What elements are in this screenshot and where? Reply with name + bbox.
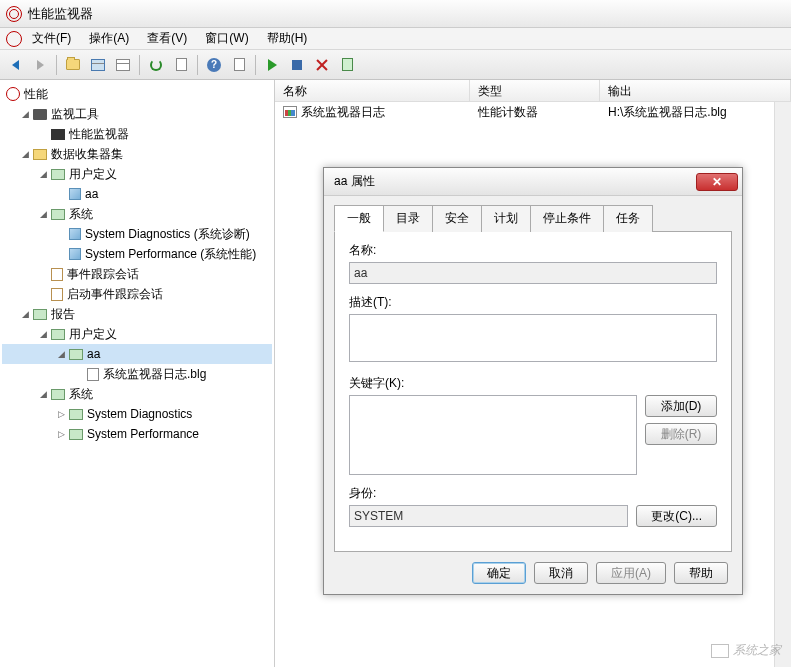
refresh-icon [150, 59, 162, 71]
name-label: 名称: [349, 242, 717, 259]
field-name: 名称: aa [349, 242, 717, 284]
menu-file[interactable]: 文件(F) [24, 28, 79, 49]
vertical-scrollbar[interactable] [774, 102, 791, 667]
window-titlebar: 性能监视器 [0, 0, 791, 28]
back-button[interactable] [4, 54, 26, 76]
tree-aa[interactable]: aa [2, 184, 272, 204]
help-button[interactable]: 帮助 [674, 562, 728, 584]
stop-button[interactable] [286, 54, 308, 76]
collapse-icon[interactable]: ◢ [38, 209, 49, 220]
id-value: SYSTEM [349, 505, 628, 527]
house-icon [711, 644, 729, 658]
tree-startup-sessions[interactable]: 启动事件跟踪会话 [2, 284, 272, 304]
root-icon [6, 87, 20, 101]
tab-general[interactable]: 一般 [334, 205, 384, 232]
col-name[interactable]: 名称 [275, 80, 470, 101]
collapse-icon[interactable]: ◢ [56, 349, 67, 360]
tree-aa2[interactable]: ◢aa [2, 344, 272, 364]
menu-action[interactable]: 操作(A) [81, 28, 137, 49]
col-output[interactable]: 输出 [600, 80, 791, 101]
up-button[interactable] [62, 54, 84, 76]
tab-dir[interactable]: 目录 [383, 205, 433, 232]
collapse-icon[interactable]: ◢ [20, 109, 31, 120]
menu-view[interactable]: 查看(V) [139, 28, 195, 49]
folder-up-icon [66, 59, 80, 70]
menu-window[interactable]: 窗口(W) [197, 28, 256, 49]
perf-icon [51, 129, 65, 140]
separator [139, 55, 140, 75]
pane-button[interactable] [87, 54, 109, 76]
menu-help[interactable]: 帮助(H) [259, 28, 316, 49]
delete-button[interactable]: 删除(R) [645, 423, 717, 445]
kw-label: 关键字(K): [349, 375, 717, 392]
props-button[interactable] [228, 54, 250, 76]
change-button[interactable]: 更改(C)... [636, 505, 717, 527]
tree-log-file[interactable]: 系统监视器日志.blg [2, 364, 272, 384]
tree-sysperf[interactable]: System Performance (系统性能) [2, 244, 272, 264]
close-icon: ✕ [712, 175, 722, 189]
event-icon [51, 288, 63, 301]
folder-icon [51, 209, 65, 220]
add-button[interactable]: 添加(D) [645, 395, 717, 417]
collapse-icon[interactable]: ◢ [38, 329, 49, 340]
tree-monitor-tools[interactable]: ◢监视工具 [2, 104, 272, 124]
field-identity: 身份: SYSTEM 更改(C)... [349, 485, 717, 527]
collapse-icon[interactable]: ◢ [38, 389, 49, 400]
delete-button[interactable] [311, 54, 333, 76]
watermark: 系统之家 [711, 642, 781, 659]
menubar: 文件(F) 操作(A) 查看(V) 窗口(W) 帮助(H) [0, 28, 791, 50]
tab-stop[interactable]: 停止条件 [530, 205, 604, 232]
tree-system[interactable]: ◢系统 [2, 204, 272, 224]
tree-perf-monitor[interactable]: 性能监视器 [2, 124, 272, 144]
folder-icon [51, 329, 65, 340]
cube-icon [69, 228, 81, 240]
tree-dcs[interactable]: ◢数据收集器集 [2, 144, 272, 164]
tree-sysperf2[interactable]: ▷System Performance [2, 424, 272, 444]
refresh-button[interactable] [145, 54, 167, 76]
window-title: 性能监视器 [28, 5, 93, 23]
tree-reports[interactable]: ◢报告 [2, 304, 272, 324]
help-button[interactable]: ? [203, 54, 225, 76]
toolbar: ? [0, 50, 791, 80]
cube-icon [69, 248, 81, 260]
cancel-button[interactable]: 取消 [534, 562, 588, 584]
tree-pane: 性能 ◢监视工具 性能监视器 ◢数据收集器集 ◢用户定义 aa ◢系统 Syst… [0, 80, 275, 667]
dialog-close-button[interactable]: ✕ [696, 173, 738, 191]
tab-plan[interactable]: 计划 [481, 205, 531, 232]
tree-event-sessions[interactable]: 事件跟踪会话 [2, 264, 272, 284]
tree-sysdiag2[interactable]: ▷System Diagnostics [2, 404, 272, 424]
log-button[interactable] [336, 54, 358, 76]
apply-button[interactable]: 应用(A) [596, 562, 666, 584]
expand-icon[interactable]: ▷ [56, 409, 67, 420]
kw-listbox[interactable] [349, 395, 637, 475]
forward-button[interactable] [29, 54, 51, 76]
dialog-titlebar[interactable]: aa 属性 ✕ [324, 168, 742, 196]
dialog-title: aa 属性 [334, 173, 375, 190]
report-icon [87, 368, 99, 381]
field-desc: 描述(T): [349, 294, 717, 365]
collapse-icon[interactable]: ◢ [38, 169, 49, 180]
expand-icon[interactable]: ▷ [56, 429, 67, 440]
tree-user-defined[interactable]: ◢用户定义 [2, 164, 272, 184]
ok-button[interactable]: 确定 [472, 562, 526, 584]
pane-icon [116, 59, 130, 71]
tab-security[interactable]: 安全 [432, 205, 482, 232]
doc-icon [176, 58, 187, 71]
col-type[interactable]: 类型 [470, 80, 600, 101]
folder-icon [33, 149, 47, 160]
desc-textarea[interactable] [349, 314, 717, 362]
tree: 性能 ◢监视工具 性能监视器 ◢数据收集器集 ◢用户定义 aa ◢系统 Syst… [2, 84, 272, 444]
tab-task[interactable]: 任务 [603, 205, 653, 232]
pane2-button[interactable] [112, 54, 134, 76]
collapse-icon[interactable]: ◢ [20, 149, 31, 160]
tree-user-defined2[interactable]: ◢用户定义 [2, 324, 272, 344]
tree-root[interactable]: 性能 [2, 84, 272, 104]
tree-system2[interactable]: ◢系统 [2, 384, 272, 404]
collapse-icon[interactable]: ◢ [20, 309, 31, 320]
export-button[interactable] [170, 54, 192, 76]
chart-icon [283, 106, 297, 118]
tree-sysdiag[interactable]: System Diagnostics (系统诊断) [2, 224, 272, 244]
list-row[interactable]: 系统监视器日志 性能计数器 H:\系统监视器日志.blg [275, 102, 791, 122]
play-button[interactable] [261, 54, 283, 76]
dialog-body: 一般 目录 安全 计划 停止条件 任务 名称: aa 描述(T): 关键字(K)… [324, 196, 742, 552]
